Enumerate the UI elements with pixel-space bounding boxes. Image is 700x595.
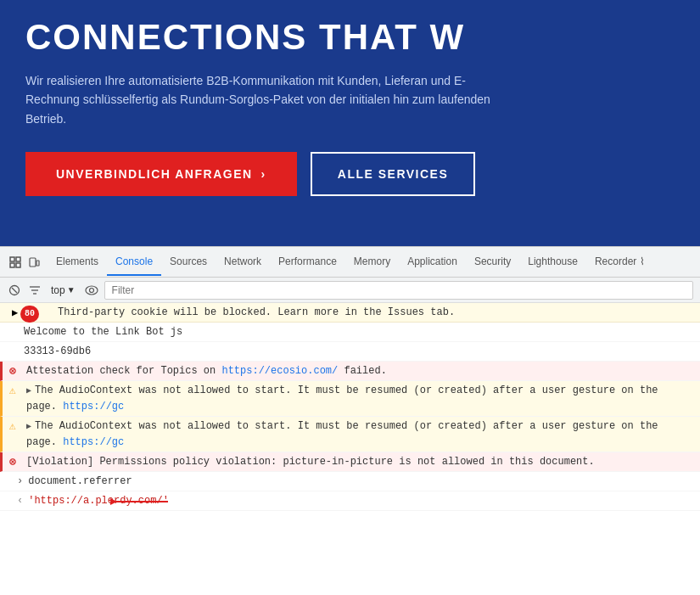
devtools-tab-bar: Elements Console Sources Network Perform… (0, 247, 700, 278)
ecosio-link[interactable]: https://ecosio.com/ (221, 365, 338, 377)
tab-security[interactable]: Security (466, 249, 519, 276)
console-output: ▶ 80 Third-party cookie will be blocked.… (0, 303, 700, 595)
svg-line-7 (12, 288, 17, 293)
svg-rect-4 (30, 258, 36, 267)
console-toolbar: top ▼ (0, 278, 700, 303)
error-icon: ⊗ (9, 364, 16, 379)
clear-console-icon[interactable] (7, 283, 22, 298)
input-chevron: › (17, 474, 23, 489)
console-text: Welcome to the Link Bot js (24, 324, 693, 340)
filter-toggle-icon[interactable] (27, 283, 42, 298)
tab-application[interactable]: Application (399, 249, 466, 276)
tab-list: Elements Console Sources Network Perform… (48, 249, 653, 276)
tab-sources[interactable]: Sources (161, 249, 216, 276)
svg-point-12 (89, 288, 93, 292)
console-line: ▶ 80 Third-party cookie will be blocked.… (0, 303, 700, 323)
live-expressions-icon[interactable] (84, 283, 99, 298)
output-chevron: ‹ (17, 493, 23, 508)
console-text: document.referrer (28, 474, 693, 489)
audio-link-2[interactable]: https://gc (63, 436, 124, 448)
audio-link-1[interactable]: https://gc (63, 401, 124, 413)
console-text: 33313-69db6 (24, 344, 693, 359)
tab-elements[interactable]: Elements (48, 249, 107, 276)
svg-marker-14 (110, 498, 117, 505)
context-selector[interactable]: top ▼ (48, 283, 79, 298)
error-badge: 80 (20, 306, 39, 323)
console-output-line: ‹ 'https://a.plerdy.com/' (0, 491, 700, 511)
filter-input[interactable] (104, 281, 693, 300)
inspect-element-icon[interactable] (7, 254, 24, 271)
devtools-panel: Elements Console Sources Network Perform… (0, 246, 700, 595)
console-line: ⊗ Attestation check for Topics on https:… (0, 362, 700, 381)
console-text: ▶The AudioContext was not allowed to sta… (26, 383, 693, 414)
tab-performance[interactable]: Performance (270, 249, 345, 276)
svg-point-11 (86, 286, 98, 295)
svg-rect-5 (36, 261, 39, 266)
console-line: Welcome to the Link Bot js (0, 323, 700, 342)
console-text: [Violation] Permissions policy violation… (26, 454, 693, 469)
subtitle: Wir realisieren Ihre automatisierte B2B-… (25, 71, 518, 128)
console-line: ⊗ [Violation] Permissions policy violati… (0, 452, 700, 472)
tab-recorder[interactable]: Recorder ⌇ (586, 249, 653, 276)
primary-cta-button[interactable]: UNVERBINDLICH ANFRAGEN › (25, 152, 297, 196)
console-text: Attestation check for Topics on https://… (26, 363, 693, 379)
tab-memory[interactable]: Memory (345, 249, 399, 276)
warning-icon: ⚠ (9, 384, 16, 399)
device-toggle-icon[interactable] (25, 254, 42, 271)
secondary-cta-button[interactable]: ALLE SERVICES (311, 152, 476, 196)
svg-rect-0 (10, 257, 14, 261)
console-line: 33313-69db6 (0, 342, 700, 362)
website-hero: CONNECTIONS THAT W Wir realisieren Ihre … (0, 0, 700, 246)
svg-rect-3 (16, 263, 20, 267)
headline: CONNECTIONS THAT W (25, 17, 675, 58)
console-line: ⚠ ▶The AudioContext was not allowed to s… (0, 381, 700, 417)
warning-icon: ⚠ (9, 419, 16, 435)
play-icon: ▶ (12, 306, 18, 321)
tab-lighthouse[interactable]: Lighthouse (519, 249, 586, 276)
console-line: ⚠ ▶The AudioContext was not allowed to s… (0, 417, 700, 452)
error-icon: ⊗ (9, 455, 16, 470)
tab-network[interactable]: Network (216, 249, 270, 276)
svg-rect-2 (10, 263, 14, 267)
tab-console[interactable]: Console (107, 249, 161, 276)
svg-rect-1 (16, 257, 20, 261)
console-input-line: › document.referrer (0, 472, 700, 491)
annotation-arrow (110, 495, 178, 508)
buttons-row: UNVERBINDLICH ANFRAGEN › ALLE SERVICES (25, 152, 675, 196)
console-text: ▶The AudioContext was not allowed to sta… (26, 418, 693, 450)
console-text: Third-party cookie will be blocked. Lear… (10, 305, 693, 320)
